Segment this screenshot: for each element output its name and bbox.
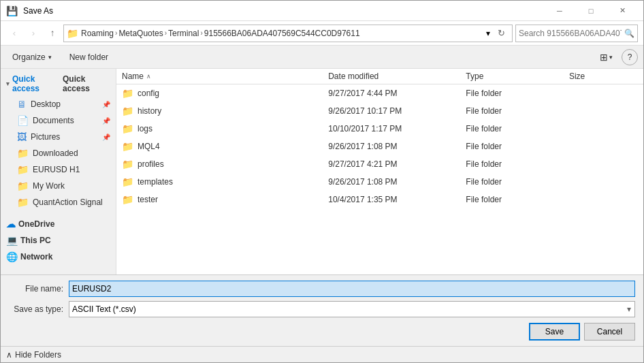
file-name: profiles bbox=[138, 159, 164, 169]
folder-icon: 📁 bbox=[122, 159, 133, 170]
file-type-cell: File folder bbox=[466, 89, 569, 98]
title-controls: ─ □ ✕ bbox=[544, 1, 638, 21]
file-name-cell: 📁 tester bbox=[122, 194, 328, 205]
table-row[interactable]: 📁 history 9/26/2017 10:17 PM File folder bbox=[116, 102, 643, 120]
sidebar-quick-access-text: Quick access bbox=[63, 74, 110, 93]
organize-button[interactable]: Organize ▾ bbox=[6, 48, 58, 66]
pin-icon: 📌 bbox=[102, 133, 110, 141]
eurusd-folder-icon: 📁 bbox=[17, 164, 29, 175]
filename-input[interactable] bbox=[69, 281, 635, 297]
bottom-bar: File name: Save as type: ASCII Text (*.c… bbox=[1, 274, 643, 346]
forward-button[interactable]: › bbox=[25, 25, 42, 42]
file-date-cell: 10/4/2017 1:35 PM bbox=[328, 195, 466, 204]
sidebar-item-downloaded[interactable]: 📁 Downloaded bbox=[1, 145, 116, 161]
maximize-button[interactable]: □ bbox=[575, 1, 607, 21]
file-list: Name ∧ Date modified Type Size 📁 config bbox=[116, 69, 643, 274]
file-list-header: Name ∧ Date modified Type Size bbox=[116, 69, 643, 84]
view-dropdown-icon: ▾ bbox=[609, 54, 613, 61]
organize-label: Organize bbox=[12, 52, 46, 62]
filetype-select-wrapper: ASCII Text (*.csv) bbox=[69, 301, 635, 317]
close-button[interactable]: ✕ bbox=[607, 1, 638, 21]
file-date-cell: 9/26/2017 1:08 PM bbox=[328, 177, 466, 187]
sidebar: ▾ Quick access Quick access 🖥 Desktop 📌 … bbox=[1, 69, 116, 274]
folder-icon: 📁 bbox=[122, 106, 133, 116]
title-bar-left: 💾 Save As bbox=[6, 5, 53, 16]
file-name-cell: 📁 config bbox=[122, 88, 328, 99]
breadcrumb-folder-icon: 📁 bbox=[67, 28, 78, 39]
search-box[interactable]: 🔍 bbox=[515, 25, 638, 42]
file-name: logs bbox=[138, 124, 152, 133]
sidebar-item-quantaction[interactable]: 📁 QuantAction Signal bbox=[1, 194, 116, 210]
search-icon: 🔍 bbox=[624, 29, 634, 38]
table-row[interactable]: 📁 templates 9/26/2017 1:08 PM File folde… bbox=[116, 173, 643, 191]
filetype-select[interactable]: ASCII Text (*.csv) bbox=[69, 301, 635, 317]
file-name-cell: 📁 MQL4 bbox=[122, 141, 328, 152]
sidebar-item-label: My Work bbox=[33, 181, 65, 191]
file-date-cell: 10/10/2017 1:17 PM bbox=[328, 124, 466, 133]
file-name-cell: 📁 history bbox=[122, 106, 328, 116]
sidebar-item-label: EURUSD H1 bbox=[33, 165, 80, 174]
search-input[interactable] bbox=[519, 29, 622, 38]
table-row[interactable]: 📁 logs 10/10/2017 1:17 PM File folder bbox=[116, 120, 643, 138]
sidebar-network-header[interactable]: 🌐 Network bbox=[1, 249, 116, 265]
view-options-button[interactable]: ⊞ ▾ bbox=[594, 48, 619, 66]
table-row[interactable]: 📁 tester 10/4/2017 1:35 PM File folder bbox=[116, 191, 643, 208]
file-date-cell: 9/27/2017 4:44 PM bbox=[328, 89, 466, 98]
filename-row: File name: bbox=[9, 281, 635, 297]
new-folder-button[interactable]: New folder bbox=[63, 48, 114, 66]
col-header-size[interactable]: Size bbox=[569, 72, 638, 81]
folder-icon: 📁 bbox=[122, 88, 133, 99]
help-button[interactable]: ? bbox=[622, 49, 638, 65]
file-date-cell: 9/26/2017 1:08 PM bbox=[328, 142, 466, 151]
pin-icon: 📌 bbox=[102, 117, 110, 125]
col-header-date[interactable]: Date modified bbox=[328, 72, 466, 81]
file-type-cell: File folder bbox=[466, 106, 569, 116]
window-title: Save As bbox=[23, 6, 53, 16]
sidebar-item-desktop[interactable]: 🖥 Desktop 📌 bbox=[1, 96, 116, 112]
save-button[interactable]: Save bbox=[529, 323, 580, 341]
col-header-name[interactable]: Name ∧ bbox=[122, 72, 328, 81]
minimize-button[interactable]: ─ bbox=[544, 1, 575, 21]
back-button[interactable]: ‹ bbox=[6, 25, 22, 42]
main-content: ▾ Quick access Quick access 🖥 Desktop 📌 … bbox=[1, 69, 643, 274]
address-bar[interactable]: 📁 Roaming › MetaQuotes › Terminal › 9155… bbox=[63, 25, 513, 42]
file-name-cell: 📁 templates bbox=[122, 176, 328, 187]
file-name: history bbox=[138, 106, 161, 116]
breadcrumb-id: 915566BA06ADA407569C544CC0D97611 bbox=[204, 29, 360, 38]
nav-bar: ‹ › ↑ 📁 Roaming › MetaQuotes › Terminal … bbox=[1, 21, 643, 46]
filetype-row: Save as type: ASCII Text (*.csv) bbox=[9, 301, 635, 317]
folder-icon: 📁 bbox=[122, 123, 133, 134]
col-size-label: Size bbox=[569, 72, 585, 81]
sidebar-quick-access-header[interactable]: ▾ Quick access Quick access bbox=[1, 72, 116, 96]
refresh-button[interactable]: ↻ bbox=[493, 25, 509, 42]
sidebar-item-documents[interactable]: 📄 Documents 📌 bbox=[1, 112, 116, 129]
sidebar-network-label: Network bbox=[20, 252, 52, 262]
up-button[interactable]: ↑ bbox=[44, 25, 61, 42]
sidebar-item-mywork[interactable]: 📁 My Work bbox=[1, 178, 116, 194]
sidebar-onedrive-label: OneDrive bbox=[18, 219, 54, 229]
col-header-type[interactable]: Type bbox=[466, 72, 569, 81]
sidebar-item-label: Pictures bbox=[31, 132, 60, 142]
sidebar-item-eurusd[interactable]: 📁 EURUSD H1 bbox=[1, 161, 116, 178]
file-type-cell: File folder bbox=[466, 195, 569, 204]
hide-folders-bar[interactable]: ∧ Hide Folders bbox=[1, 346, 643, 362]
cancel-button[interactable]: Cancel bbox=[584, 323, 635, 341]
sidebar-item-label: Downloaded bbox=[33, 148, 78, 158]
folder-icon: 📁 bbox=[122, 176, 133, 187]
table-row[interactable]: 📁 profiles 9/27/2017 4:21 PM File folder bbox=[116, 155, 643, 173]
help-icon: ? bbox=[628, 52, 632, 62]
sidebar-item-label: Documents bbox=[33, 116, 74, 125]
sidebar-onedrive-header[interactable]: ☁ OneDrive bbox=[1, 216, 116, 232]
sidebar-thispc-header[interactable]: 💻 This PC bbox=[1, 232, 116, 249]
sidebar-item-pictures[interactable]: 🖼 Pictures 📌 bbox=[1, 129, 116, 145]
table-row[interactable]: 📁 config 9/27/2017 4:44 PM File folder bbox=[116, 84, 643, 102]
table-row[interactable]: 📁 MQL4 9/26/2017 1:08 PM File folder bbox=[116, 138, 643, 155]
organize-chevron: ▾ bbox=[48, 54, 52, 61]
bottom-buttons: Save Cancel bbox=[9, 323, 635, 341]
breadcrumb-terminal: Terminal bbox=[168, 29, 199, 38]
file-name: templates bbox=[138, 177, 173, 187]
thispc-icon: 💻 bbox=[6, 235, 18, 246]
file-name: config bbox=[138, 89, 159, 98]
address-dropdown-icon[interactable]: ▾ bbox=[486, 29, 490, 38]
sidebar-section-chevron: ▾ bbox=[6, 80, 10, 87]
